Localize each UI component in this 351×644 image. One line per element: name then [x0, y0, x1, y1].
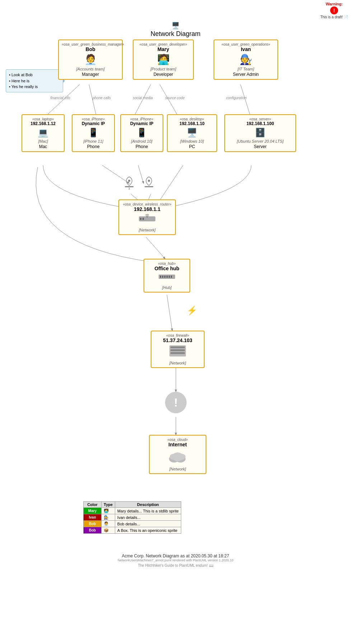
draft-text: This is a draft! 📄	[320, 15, 348, 19]
phone-bob-type: Phone	[75, 144, 111, 149]
svg-text:Ã: Ã	[128, 188, 131, 190]
callout-line-2: • Here he is	[9, 78, 60, 84]
server-icon: 🗄️	[228, 128, 292, 138]
wireless-ap-1: Ã	[122, 175, 136, 192]
conn-label-phone: phone calls	[93, 96, 111, 100]
router-icon	[122, 213, 172, 226]
conn-label-social: social media	[133, 96, 153, 100]
ivan-icon: 🧑‍🔧	[217, 54, 275, 65]
node-hub: «osa_hub» Office hub [Hub]	[144, 259, 190, 293]
footer-main: Acme Corp. Network Diagram as at 2020.05…	[0, 553, 351, 558]
phone-bob-name: Dynamic IP	[75, 121, 111, 126]
callout-line-3: • Yes he really is	[9, 84, 60, 90]
bob-type: Manager	[62, 72, 119, 77]
svg-rect-29	[171, 276, 172, 278]
mac-stereotype: «osa_laptop»	[25, 117, 61, 121]
internet-icon	[153, 449, 203, 465]
conn-label-source: source code	[165, 96, 184, 100]
server-type: Server	[228, 144, 292, 149]
node-mac: «osa_laptop» 192.168.1.12 💻 [Mac] Mac	[22, 114, 65, 152]
ivan-type: Server Admin	[217, 72, 275, 77]
diagram-title: Network Diagram	[0, 30, 351, 38]
conn-label-config: configuration	[226, 96, 247, 100]
node-pc: «osa_desktop» 192.168.1.10 🖥️ [Windows 1…	[167, 114, 217, 152]
node-internet: «osa_cloud» Internet [Network]	[149, 435, 206, 474]
node-router: «osa_device_wireless_router» 192.168.1.1…	[118, 199, 176, 235]
svg-line-2	[133, 84, 151, 119]
wireless-ap-2	[142, 175, 156, 192]
svg-line-11	[167, 295, 172, 331]
node-phone-bob: «osa_iPhone» Dynamic IP 📱 [iPhone 11] Ph…	[72, 114, 115, 152]
warning-label: Warning:	[326, 2, 343, 6]
svg-rect-27	[167, 276, 168, 278]
hub-name: Office hub	[147, 266, 187, 271]
phone-mary-icon: 📱	[124, 128, 160, 138]
bob-label: [Accounts team]	[62, 67, 119, 71]
legend-table: Color Type Description Mary 🧑‍💻 Mary det…	[83, 501, 181, 534]
legend-color-bob2: Bob	[84, 527, 102, 534]
firewall-name: 51.37.24.103	[154, 337, 201, 343]
phone-bob-label: [iPhone 11]	[75, 139, 111, 143]
footer-sub: NetworkUsersMachines7_annot.puml rendere…	[0, 558, 351, 562]
legend-color-mary: Mary	[84, 508, 102, 514]
legend-icon-mary: 🧑‍💻	[102, 508, 115, 514]
legend-header-type: Type	[102, 502, 115, 508]
legend-row-ivan: Ivan 🧑‍🔧 Ivan details...	[84, 514, 181, 521]
mac-label: [Mac]	[25, 139, 61, 143]
bob-stereotype: «osa_user_green_business_manager»	[62, 42, 119, 46]
mac-type: Mac	[25, 144, 61, 149]
legend-desc-bob: Bob details...	[115, 521, 181, 527]
footer-hitchhiker: The Hitchhiker's Guide to PlantUML endum…	[0, 564, 351, 567]
legend-color-bob: Bob	[84, 521, 102, 527]
mary-type: Developer	[136, 72, 190, 77]
svg-line-3	[160, 84, 179, 119]
svg-rect-28	[169, 276, 170, 278]
node-ivan: «osa_user_green_operations» Ivan 🧑‍🔧 [IT…	[214, 40, 278, 80]
svg-point-37	[170, 454, 177, 460]
phone-bob-icon: 📱	[75, 128, 111, 138]
mac-icon: 💻	[25, 128, 61, 138]
svg-rect-32	[170, 349, 185, 351]
legend-row-mary: Mary 🧑‍💻 Mary details... This is a stdli…	[84, 508, 181, 514]
internet-name: Internet	[153, 442, 203, 447]
server-label: [Ubuntu Server 20.04 LTS]	[228, 139, 292, 143]
ivan-label: [IT Team]	[217, 67, 275, 71]
hub-icon	[147, 273, 187, 284]
legend-desc-ivan: Ivan details...	[115, 514, 181, 521]
lightning-icon: ⚡	[187, 305, 197, 316]
phone-mary-name: Dynamic IP	[124, 121, 160, 126]
alert-circle: !	[165, 392, 187, 413]
legend-desc-mary: Mary details... This is a stdlib sprite	[115, 508, 181, 514]
legend-header-desc: Description	[115, 502, 181, 508]
pc-name: 192.168.1.10	[170, 121, 214, 126]
server-name: 192.168.1.100	[228, 121, 292, 126]
internet-label: [Network]	[153, 467, 203, 471]
node-bob: «osa_user_green_business_manager» Bob 🧑‍…	[58, 40, 123, 80]
pc-label: [Windows 10]	[170, 139, 214, 143]
svg-point-15	[128, 180, 130, 182]
svg-rect-20	[140, 218, 141, 220]
svg-point-18	[148, 180, 150, 182]
pc-stereotype: «osa_desktop»	[170, 117, 214, 121]
node-mary: «osa_user_green_developer» Mary 🧑‍💻 [Pro…	[133, 40, 194, 80]
warning-icon: !	[330, 6, 338, 14]
phone-bob-stereotype: «osa_iPhone»	[75, 117, 111, 121]
svg-rect-26	[164, 276, 165, 278]
legend-icon-ivan: 🧑‍🔧	[102, 514, 115, 521]
legend-color-ivan: Ivan	[84, 514, 102, 521]
svg-rect-17	[145, 186, 153, 187]
svg-rect-31	[170, 346, 185, 348]
pc-type: PC	[170, 144, 214, 149]
node-server: «osa_server» 192.168.1.100 🗄️ [Ubuntu Se…	[224, 114, 296, 152]
svg-line-10	[146, 237, 165, 259]
router-label: [Network]	[122, 228, 172, 232]
router-name: 192.168.1.1	[122, 206, 172, 212]
pc-icon: 🖥️	[170, 128, 214, 138]
svg-rect-25	[162, 276, 163, 278]
legend-row-bob: Bob 🧑‍💼 Bob details...	[84, 521, 181, 527]
ivan-stereotype: «osa_user_green_operations»	[217, 42, 275, 46]
svg-point-38	[178, 454, 186, 460]
mary-label: [Product team]	[136, 67, 190, 71]
svg-rect-14	[125, 186, 134, 187]
internet-stereotype: «osa_cloud»	[153, 438, 203, 442]
